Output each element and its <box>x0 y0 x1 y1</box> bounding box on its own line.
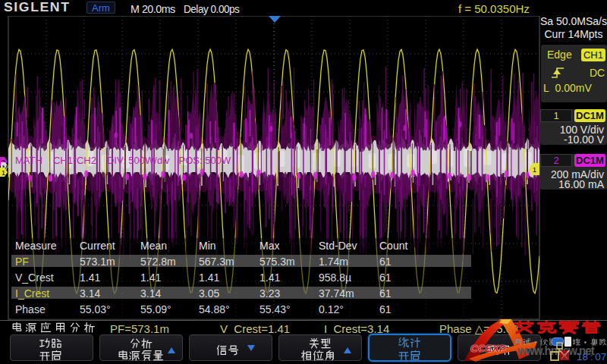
svg-text:1: 1 <box>2 169 5 177</box>
svg-text:1: 1 <box>533 166 536 174</box>
